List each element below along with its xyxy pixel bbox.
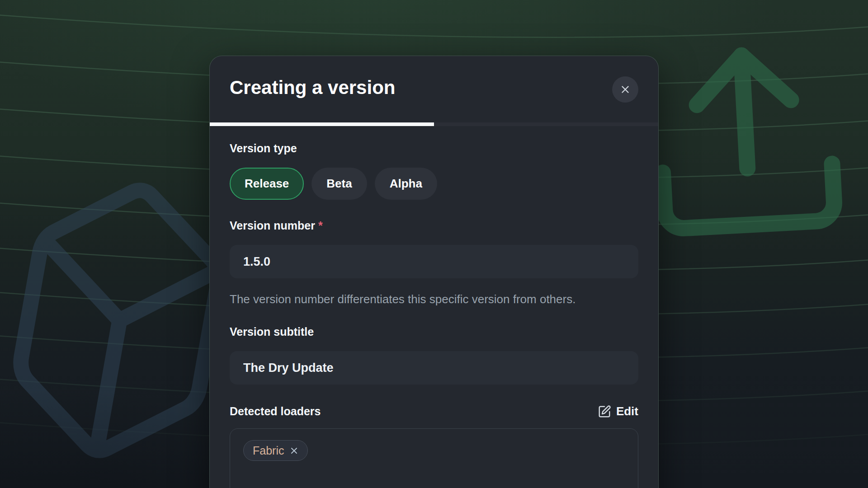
modal-title: Creating a version — [230, 77, 395, 99]
modal-body: Version type Release Beta Alpha Version … — [210, 122, 658, 488]
loader-tag-fabric: Fabric — [243, 440, 308, 461]
detected-loaders-box: Fabric — [230, 428, 638, 488]
version-type-alpha-button[interactable]: Alpha — [375, 168, 437, 200]
screen: Creating a version Version type Release … — [0, 0, 868, 488]
version-type-label: Version type — [230, 142, 638, 155]
version-number-input[interactable] — [230, 245, 638, 278]
progress-bar-fill — [210, 122, 434, 126]
progress-bar — [210, 122, 658, 126]
version-number-help: The version number differentiates this s… — [230, 290, 627, 309]
version-subtitle-label: Version subtitle — [230, 326, 638, 338]
version-number-label: Version number * — [230, 220, 638, 232]
version-type-release-button[interactable]: Release — [230, 168, 304, 200]
edit-label: Edit — [616, 404, 638, 418]
x-icon — [619, 84, 631, 95]
version-type-beta-button[interactable]: Beta — [311, 168, 367, 200]
detected-loaders-row: Detected loaders Edit — [230, 404, 638, 418]
create-version-modal: Creating a version Version type Release … — [209, 56, 659, 488]
square-pen-icon — [598, 405, 611, 418]
close-button[interactable] — [612, 76, 638, 103]
required-asterisk: * — [318, 219, 323, 232]
edit-loaders-button[interactable]: Edit — [598, 404, 638, 418]
detected-loaders-label: Detected loaders — [230, 405, 321, 418]
upload-arrow-icon — [627, 21, 864, 258]
loader-name: Fabric — [253, 444, 284, 457]
version-subtitle-input[interactable] — [230, 351, 638, 385]
modal-header: Creating a version — [210, 56, 658, 122]
remove-loader-icon[interactable] — [290, 446, 298, 455]
version-type-options: Release Beta Alpha — [230, 168, 638, 200]
